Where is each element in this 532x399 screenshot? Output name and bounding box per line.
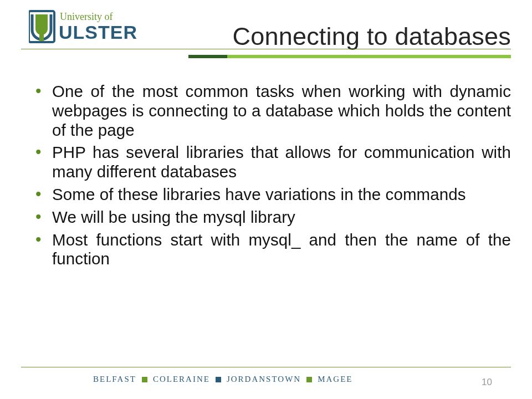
campus-name: MAGEE (318, 375, 352, 384)
list-item: We will be using the mysql library (32, 208, 511, 227)
accent-light (227, 55, 511, 58)
list-item: Some of these libraries have variations … (32, 185, 511, 204)
square-separator-icon (306, 377, 312, 382)
logo-line1: University of (60, 11, 112, 22)
slide-body: One of the most common tasks when workin… (32, 82, 511, 272)
campus-list: BELFAST COLERAINE JORDANSTOWN MAGEE (93, 375, 352, 384)
header-accent-rule (188, 55, 511, 58)
page-number: 10 (482, 377, 492, 388)
list-item: PHP has several libraries that allows fo… (32, 143, 511, 182)
bullet-list: One of the most common tasks when workin… (32, 82, 511, 269)
campus-name: JORDANSTOWN (227, 375, 301, 384)
slide-footer: BELFAST COLERAINE JORDANSTOWN MAGEE 10 (0, 367, 532, 399)
campus-name: COLERAINE (153, 375, 210, 384)
logo-line2: ULSTER (59, 22, 137, 43)
footer-rule (21, 367, 511, 367)
list-item: One of the most common tasks when workin… (32, 82, 511, 140)
square-separator-icon (216, 377, 221, 382)
list-item: Most functions start with mysql_ and the… (32, 231, 511, 269)
square-separator-icon (142, 377, 147, 382)
university-of-ulster-logo: University of ULSTER (29, 7, 168, 48)
header-rule (21, 49, 511, 49)
accent-dark (188, 55, 227, 58)
campus-name: BELFAST (93, 375, 136, 384)
slide-header: University of ULSTER Connecting to datab… (0, 0, 532, 69)
slide-title: Connecting to databases (233, 22, 511, 51)
svg-rect-1 (39, 29, 44, 41)
